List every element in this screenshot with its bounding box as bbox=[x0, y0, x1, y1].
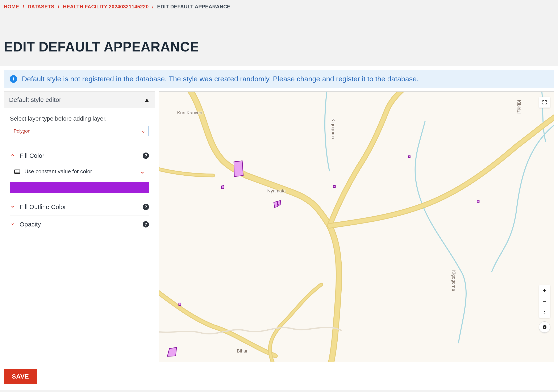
section-fill-outline-color: Fill Outline Color ? bbox=[10, 198, 149, 216]
breadcrumb-separator: / bbox=[21, 4, 26, 9]
chevron-down-icon bbox=[10, 204, 15, 210]
svg-rect-6 bbox=[179, 303, 181, 305]
section-opacity: Opacity ? bbox=[10, 216, 149, 233]
svg-rect-12 bbox=[544, 327, 545, 328]
breadcrumb-dataset[interactable]: HEALTH FACILITY 20240321145220 bbox=[63, 4, 148, 9]
map-zoom-control: + − bbox=[539, 285, 550, 318]
section-fill-color: Fill Color ? Use constant value for colo… bbox=[10, 147, 149, 198]
chevron-up-icon: ▲ bbox=[144, 96, 150, 103]
page-header: HOME / DATASETS / HEALTH FACILITY 202403… bbox=[0, 0, 558, 66]
map-vector-layer bbox=[159, 92, 554, 362]
breadcrumb: HOME / DATASETS / HEALTH FACILITY 202403… bbox=[4, 4, 554, 10]
svg-point-13 bbox=[544, 326, 545, 326]
color-mode-select[interactable]: Use constant value for color ⌄ bbox=[10, 165, 149, 178]
reset-north-button[interactable] bbox=[539, 307, 550, 318]
help-icon[interactable]: ? bbox=[143, 204, 149, 210]
chevron-down-icon bbox=[10, 222, 15, 227]
help-icon[interactable]: ? bbox=[143, 153, 149, 159]
svg-rect-4 bbox=[409, 156, 410, 157]
svg-marker-10 bbox=[544, 312, 545, 314]
layer-type-value: Polygon bbox=[14, 128, 30, 134]
zoom-out-button[interactable]: − bbox=[539, 296, 550, 307]
svg-marker-2 bbox=[278, 201, 281, 205]
breadcrumb-home[interactable]: HOME bbox=[4, 4, 19, 9]
svg-rect-3 bbox=[333, 185, 335, 188]
color-mode-label: Use constant value for color bbox=[24, 168, 136, 175]
zoom-in-button[interactable]: + bbox=[539, 285, 550, 296]
layer-type-select[interactable]: Polygon ⌄ bbox=[10, 126, 149, 136]
section-toggle-fill-color[interactable]: Fill Color ? bbox=[10, 152, 149, 159]
map-fullscreen-control bbox=[539, 97, 550, 108]
section-title: Fill Color bbox=[19, 152, 139, 159]
section-toggle-fill-outline-color[interactable]: Fill Outline Color ? bbox=[10, 203, 149, 210]
info-banner: i Default style is not registered in the… bbox=[4, 70, 554, 87]
table-icon bbox=[14, 170, 20, 174]
panel-toggle[interactable]: Default style editor ▲ bbox=[4, 92, 155, 108]
map[interactable]: Kuri Kariyeri Nyamata Bihari Kigogoma Ki… bbox=[159, 91, 554, 362]
breadcrumb-current: EDIT DEFAULT APPEARANCE bbox=[157, 4, 230, 9]
fullscreen-button[interactable] bbox=[539, 97, 550, 108]
style-editor-panel: Default style editor ▲ Select layer type… bbox=[4, 91, 155, 235]
section-title: Fill Outline Color bbox=[19, 203, 139, 210]
page-title: EDIT DEFAULT APPEARANCE bbox=[4, 39, 554, 55]
compass-icon bbox=[542, 310, 547, 314]
save-button[interactable]: SAVE bbox=[4, 369, 37, 384]
breadcrumb-datasets[interactable]: DATASETS bbox=[27, 4, 54, 9]
breadcrumb-separator: / bbox=[56, 4, 61, 9]
help-icon[interactable]: ? bbox=[143, 221, 149, 227]
section-title: Opacity bbox=[19, 221, 139, 228]
attribution-button[interactable] bbox=[539, 322, 550, 332]
section-toggle-opacity[interactable]: Opacity ? bbox=[10, 221, 149, 228]
chevron-up-icon bbox=[10, 153, 15, 158]
breadcrumb-separator: / bbox=[150, 4, 156, 9]
info-icon bbox=[542, 325, 547, 329]
chevron-down-icon: ⌄ bbox=[140, 169, 145, 174]
svg-marker-9 bbox=[544, 311, 545, 312]
info-text: Default style is not registered in the d… bbox=[22, 75, 419, 83]
fullscreen-icon bbox=[542, 100, 547, 105]
chevron-down-icon: ⌄ bbox=[141, 128, 145, 134]
map-attribution-control bbox=[539, 322, 550, 333]
svg-marker-7 bbox=[167, 348, 177, 356]
svg-marker-0 bbox=[234, 161, 243, 176]
svg-marker-8 bbox=[221, 185, 224, 189]
panel-title: Default style editor bbox=[9, 96, 61, 103]
info-icon: i bbox=[10, 75, 17, 83]
svg-marker-1 bbox=[274, 201, 278, 207]
svg-rect-5 bbox=[477, 200, 479, 202]
color-swatch[interactable] bbox=[10, 182, 149, 193]
layer-type-help: Select layer type before adding layer. bbox=[10, 115, 149, 122]
